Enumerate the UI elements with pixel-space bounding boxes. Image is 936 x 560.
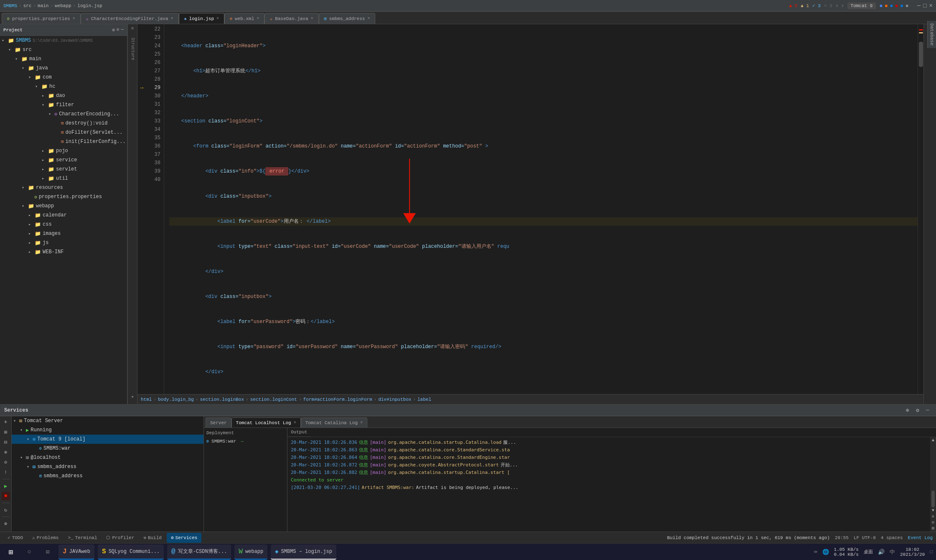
- close-btn[interactable]: ×: [929, 3, 933, 9]
- bc-section-loginbox[interactable]: section.loginBox: [200, 397, 244, 402]
- code-editor[interactable]: <header class="loginHeader"> <h1>超市订单管理系…: [164, 24, 918, 394]
- tab-smbms-close[interactable]: ×: [367, 16, 370, 21]
- bottom-tab-terminal[interactable]: >_ Terminal: [64, 533, 101, 543]
- services-globe-icon[interactable]: ⊕: [903, 406, 912, 415]
- tree-item-webapp[interactable]: ▾ 📁 webapp: [0, 201, 127, 211]
- bottom-tab-services[interactable]: ⚙ Services: [167, 533, 201, 543]
- sidebar-settings-icon[interactable]: ⚙: [112, 27, 115, 33]
- sv-sort-btn[interactable]: ↕: [2, 468, 10, 476]
- log-tab-server[interactable]: Server: [206, 417, 231, 428]
- log-clear-btn[interactable]: ⊠: [932, 526, 934, 531]
- bc-label[interactable]: label: [417, 397, 431, 402]
- tree-item-hc[interactable]: ▾ 📁 hc: [0, 82, 127, 91]
- taskbar-keyboard-icon[interactable]: ⌨: [814, 549, 817, 555]
- sv-start-btn[interactable]: ▶: [2, 482, 10, 490]
- favorites-icon[interactable]: ★: [131, 394, 134, 399]
- tab-login-close[interactable]: ×: [216, 16, 219, 21]
- sv-stop-btn[interactable]: ■: [2, 492, 10, 500]
- tree-item-src[interactable]: ▾ 📁 src: [0, 45, 127, 54]
- taskbar-network-icon[interactable]: 🌐: [822, 549, 829, 555]
- tree-item-dao[interactable]: ▸ 📁 dao: [0, 91, 127, 100]
- tree-item-service[interactable]: ▸ 📁 service: [0, 155, 127, 165]
- database-panel-label[interactable]: Database: [927, 21, 936, 48]
- sv-tree-smbms-war[interactable]: ⚙ SMBMS:war: [12, 444, 203, 453]
- sv-tree-tomcat-server[interactable]: ▾ ⊠ Tomcat Server: [12, 416, 203, 425]
- tab-filter[interactable]: ☕ CharacterEncodingFilter.java ×: [81, 13, 179, 24]
- tree-item-css[interactable]: ▸ 📁 css: [0, 220, 127, 229]
- tree-item-servlet[interactable]: ▸ 📁 servlet: [0, 165, 127, 174]
- tree-item-images[interactable]: ▸ 📁 images: [0, 229, 127, 238]
- taskbar-search-icon[interactable]: ○: [22, 545, 37, 560]
- sv-expand-all-btn[interactable]: ⊞: [2, 428, 10, 436]
- structure-icon[interactable]: ≡: [131, 26, 134, 31]
- tree-item-dofilter[interactable]: m doFilter(Servlet...: [0, 128, 127, 137]
- tree-item-destroy[interactable]: m destroy():void: [0, 119, 127, 128]
- sidebar-minimize-icon[interactable]: ─: [121, 27, 124, 33]
- services-settings-icon[interactable]: ⚙: [913, 406, 922, 415]
- sv-group-btn[interactable]: ⊕: [2, 448, 10, 456]
- tab-webxml[interactable]: ⊕ web.xml ×: [224, 13, 265, 24]
- tree-item-com[interactable]: ▾ 📁 com: [0, 73, 127, 82]
- tree-item-js[interactable]: ▸ 📁 js: [0, 238, 127, 247]
- tab-filter-close[interactable]: ×: [171, 16, 173, 21]
- scroll-thumb[interactable]: [919, 42, 923, 67]
- taskbar-app-javaweb[interactable]: J JAVAweb: [58, 545, 94, 560]
- tab-basedao[interactable]: ☕ BaseDao.java ×: [265, 13, 318, 24]
- sv-add-server-btn[interactable]: ⊕: [2, 519, 10, 528]
- sv-refresh-btn[interactable]: ↻: [2, 506, 10, 514]
- log-tab-catalina[interactable]: Tomcat Catalina Log ×: [301, 417, 367, 428]
- sv-tree-localhost[interactable]: ▾ ⊞ @localhost: [12, 453, 203, 462]
- taskbar-app-webapp[interactable]: W webapp: [234, 545, 267, 560]
- tree-item-calendar[interactable]: ▸ 📁 calendar: [0, 211, 127, 220]
- tree-item-resources[interactable]: ▾ 📁 resources: [0, 183, 127, 192]
- event-log-btn[interactable]: Event Log: [908, 535, 933, 540]
- tree-item-smbms[interactable]: ▾ 📁 SMBMS S:\Code\03.JavaWeb\SMBMS: [0, 36, 127, 45]
- notification-icon[interactable]: □: [930, 550, 933, 555]
- maximize-btn[interactable]: □: [923, 3, 926, 9]
- deployment-smbms-war[interactable]: ⚙ SMBMS:war →: [206, 438, 285, 445]
- tab-smbms-address[interactable]: ⊞ smbms_address ×: [319, 13, 376, 24]
- tab-properties[interactable]: ⚙ properties.properties ×: [2, 13, 81, 24]
- sv-collapse-all-btn[interactable]: ⊟: [2, 438, 10, 446]
- services-minimize-icon[interactable]: ─: [923, 406, 932, 415]
- editor-scrollbar[interactable]: [918, 24, 923, 394]
- sv-tree-running[interactable]: ▾ ▶ Running: [12, 425, 203, 435]
- bc-html[interactable]: html: [141, 397, 152, 402]
- taskbar-app-sqlyog[interactable]: S SQLyog Communi...: [98, 545, 164, 560]
- log-filter-btn[interactable]: ⊘: [932, 520, 934, 525]
- sv-filter-btn[interactable]: ⊘: [2, 458, 10, 466]
- log-tab-localhost[interactable]: Tomcat Localhost Log ×: [231, 417, 301, 428]
- bc-section-logincont[interactable]: section.loginCont: [250, 397, 297, 402]
- bottom-tab-build[interactable]: ⚒ Build: [139, 533, 166, 543]
- log-scroll-thumb[interactable]: [931, 491, 935, 507]
- tab-webxml-close[interactable]: ×: [257, 16, 259, 21]
- tree-item-pojo[interactable]: ▸ 📁 pojo: [0, 146, 127, 155]
- sidebar-collapse-icon[interactable]: ≡: [117, 27, 120, 33]
- tree-item-java[interactable]: ▾ 📁 java: [0, 64, 127, 73]
- log-scroll-down[interactable]: ▼: [932, 508, 934, 513]
- taskbar-taskview-icon[interactable]: ⊡: [40, 545, 55, 560]
- tree-item-webinf[interactable]: ▸ 📁 WEB-INF: [0, 247, 127, 257]
- sv-tree-smbms-address-table[interactable]: ⊞ smbms_address: [12, 471, 203, 481]
- minimize-btn[interactable]: ─: [917, 3, 921, 9]
- tree-item-filter[interactable]: ▾ 📁 filter: [0, 100, 127, 109]
- structure-label[interactable]: Structure: [130, 38, 135, 60]
- taskbar-app-smbms[interactable]: ◈ SMBMS – login.jsp: [271, 545, 336, 560]
- taskbar-app-csdn[interactable]: @ 写文章-CSDN博客...: [167, 545, 231, 560]
- taskbar-speaker-icon[interactable]: 🔊: [878, 549, 885, 555]
- log-scrollbar[interactable]: ▲ ▼ ≡ ⊘ ⊠: [930, 437, 936, 532]
- bottom-tab-todo[interactable]: ✓ TODO: [3, 533, 27, 543]
- bc-form[interactable]: form#actionForm.loginForm: [303, 397, 372, 402]
- taskbar-input-icon[interactable]: 中: [890, 548, 895, 556]
- bc-body[interactable]: body.login_bg: [158, 397, 194, 402]
- taskbar-start-btn[interactable]: ⊞: [3, 545, 18, 560]
- tab-login[interactable]: ◈ login.jsp ×: [179, 13, 224, 24]
- bottom-tab-problems[interactable]: ⚠ Problems: [28, 533, 63, 543]
- tree-item-main[interactable]: ▾ 📁 main: [0, 54, 127, 64]
- tab-properties-close[interactable]: ×: [73, 16, 75, 21]
- log-tab-localhost-close[interactable]: ×: [294, 420, 296, 425]
- sv-new-btn[interactable]: +: [2, 418, 10, 426]
- tree-item-properties[interactable]: ⚙ properties.properties: [0, 192, 127, 201]
- bc-div-inputbox[interactable]: div#inputbox: [378, 397, 411, 402]
- tree-item-init[interactable]: m init(FilterConfig...: [0, 137, 127, 146]
